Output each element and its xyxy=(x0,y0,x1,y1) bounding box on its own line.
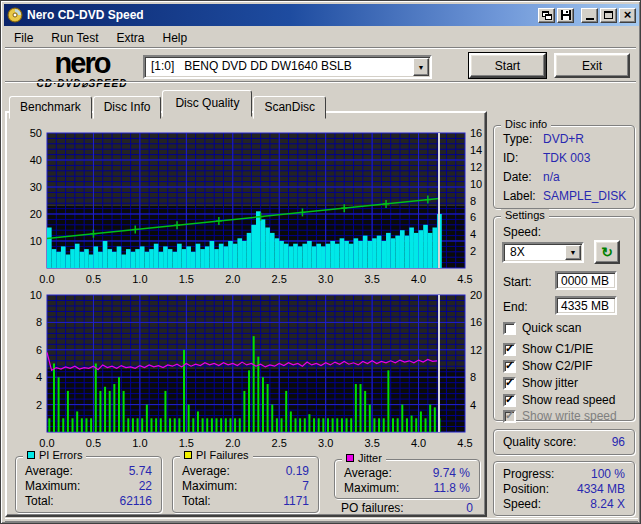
speed-selector[interactable]: 8X ▼ xyxy=(502,242,584,263)
svg-text:8: 8 xyxy=(470,371,476,383)
position-label: Position: xyxy=(503,482,549,496)
position-value: 4334 MB xyxy=(577,482,625,496)
drive-selector-value: [1:0] BENQ DVD DD DW1640 BSLB xyxy=(151,59,352,73)
disc-type-value: DVD+R xyxy=(543,132,584,146)
svg-text:1.5: 1.5 xyxy=(179,437,194,449)
end-position-field[interactable]: 4335 MB xyxy=(555,296,617,315)
stat-value: 62116 xyxy=(120,494,152,508)
svg-text:30: 30 xyxy=(30,181,42,193)
po-failures-value: 0 xyxy=(466,501,473,515)
svg-text:20: 20 xyxy=(30,208,42,220)
svg-text:2.5: 2.5 xyxy=(272,437,287,449)
close-icon: × xyxy=(624,8,632,21)
svg-text:2.0: 2.0 xyxy=(225,437,240,449)
po-failures-label: PO failures: xyxy=(341,501,404,515)
save-button[interactable] xyxy=(557,8,574,23)
checkbox-box[interactable] xyxy=(503,394,516,407)
speed-label-progress: Speed: xyxy=(503,497,541,511)
show-write-speed-checkbox: Show write speed xyxy=(503,409,617,423)
close-button[interactable]: × xyxy=(619,8,636,23)
show-read-speed-checkbox[interactable]: Show read speed xyxy=(503,393,615,407)
checkbox-box[interactable] xyxy=(503,343,516,356)
checkbox-label: Show C2/PIF xyxy=(522,359,593,373)
tab-disc-quality[interactable]: Disc Quality xyxy=(162,90,252,117)
svg-text:4: 4 xyxy=(36,371,42,383)
refresh-icon: ↻ xyxy=(601,244,613,260)
svg-text:10: 10 xyxy=(30,289,42,301)
stat-label: Maximum: xyxy=(25,479,80,493)
stat-label: Average: xyxy=(25,464,73,478)
show-c1-pie-checkbox[interactable]: Show C1/PIE xyxy=(503,342,593,356)
quick-scan-checkbox[interactable]: Quick scan xyxy=(503,321,581,335)
menu-extra[interactable]: Extra xyxy=(107,29,153,47)
po-failures-row: PO failures: 0 xyxy=(341,501,473,515)
refresh-speeds-button[interactable]: ↻ xyxy=(594,240,620,264)
menu-bar: File Run Test Extra Help xyxy=(5,28,638,47)
checkbox-box[interactable] xyxy=(503,322,516,335)
tab-strip: Benchmark Disc Info Disc Quality ScanDis… xyxy=(9,90,327,117)
stat-value: 22 xyxy=(139,479,152,493)
svg-text:4.0: 4.0 xyxy=(411,273,426,283)
stat-label: Maximum: xyxy=(182,479,237,493)
svg-text:6: 6 xyxy=(36,344,42,356)
pi-errors-stats-box: PI Errors Average:5.74 Maximum:22 Total:… xyxy=(15,456,162,513)
start-position-label: Start: xyxy=(503,275,532,289)
svg-text:4.5: 4.5 xyxy=(457,273,472,283)
speed-selector-dropdown-button[interactable]: ▼ xyxy=(565,245,581,260)
nero-logo: nero CD·DVD⌀SPEED xyxy=(17,49,147,89)
show-jitter-checkbox[interactable]: Show jitter xyxy=(503,376,578,390)
disc-info-label: Type: xyxy=(503,132,543,146)
show-c2-pif-checkbox[interactable]: Show C2/PIF xyxy=(503,359,593,373)
stat-value: 7 xyxy=(302,479,309,493)
nero-logo-main: nero xyxy=(17,49,147,78)
minimize-button[interactable] xyxy=(581,8,598,23)
disc-info-title: Disc info xyxy=(501,118,551,130)
menu-file[interactable]: File xyxy=(5,29,42,47)
svg-text:50: 50 xyxy=(30,127,42,139)
checkbox-box[interactable] xyxy=(503,360,516,373)
disc-id-value: TDK 003 xyxy=(543,151,590,165)
stat-value: 1171 xyxy=(283,494,309,508)
stat-label: Average: xyxy=(344,466,392,480)
svg-text:16: 16 xyxy=(470,316,482,328)
svg-text:16: 16 xyxy=(470,127,482,139)
menu-help[interactable]: Help xyxy=(154,29,197,47)
tab-scandisc[interactable]: ScanDisc xyxy=(253,96,326,119)
stat-label: Average: xyxy=(182,464,230,478)
svg-text:0.0: 0.0 xyxy=(39,273,54,283)
svg-text:0.5: 0.5 xyxy=(86,273,101,283)
progress-value: 100 % xyxy=(591,467,625,481)
menu-run-test[interactable]: Run Test xyxy=(42,29,107,47)
quality-score-label: Quality score: xyxy=(503,435,576,449)
exit-button[interactable]: Exit xyxy=(554,53,630,78)
svg-text:4: 4 xyxy=(470,399,476,411)
maximize-button[interactable] xyxy=(600,8,617,23)
svg-text:0.5: 0.5 xyxy=(86,437,101,449)
settings-title: Settings xyxy=(501,209,549,221)
svg-text:8: 8 xyxy=(470,195,476,207)
app-window: Nero CD-DVD Speed × File Run Test Extra … xyxy=(0,0,641,524)
cascade-windows-button[interactable] xyxy=(538,8,555,23)
drive-selector[interactable]: [1:0] BENQ DVD DD DW1640 BSLB ▼ xyxy=(143,55,432,79)
svg-text:12: 12 xyxy=(470,344,482,356)
svg-text:4: 4 xyxy=(470,228,476,240)
jitter-stats-title: Jitter xyxy=(358,452,382,464)
pi-errors-legend-swatch xyxy=(27,451,35,459)
checkbox-box[interactable] xyxy=(503,377,516,390)
svg-text:3.0: 3.0 xyxy=(318,273,333,283)
tab-benchmark[interactable]: Benchmark xyxy=(9,96,92,119)
maximize-icon xyxy=(604,11,613,19)
jitter-legend-swatch xyxy=(346,454,354,462)
tab-disc-info[interactable]: Disc Info xyxy=(93,96,162,119)
header-separator xyxy=(5,81,636,83)
start-position-field[interactable]: 0000 MB xyxy=(555,271,617,290)
svg-text:20: 20 xyxy=(470,289,482,301)
start-button[interactable]: Start xyxy=(469,53,546,78)
floppy-disk-icon xyxy=(561,10,571,20)
pi-errors-chart: 10203040502468101214160.00.51.01.52.02.5… xyxy=(6,121,486,283)
svg-text:14: 14 xyxy=(470,144,482,156)
svg-text:4.5: 4.5 xyxy=(457,437,472,449)
checkbox-label: Quick scan xyxy=(522,321,581,335)
pi-failures-stats-box: PI Failures Average:0.19 Maximum:7 Total… xyxy=(172,456,319,513)
drive-selector-dropdown-button[interactable]: ▼ xyxy=(413,58,429,76)
